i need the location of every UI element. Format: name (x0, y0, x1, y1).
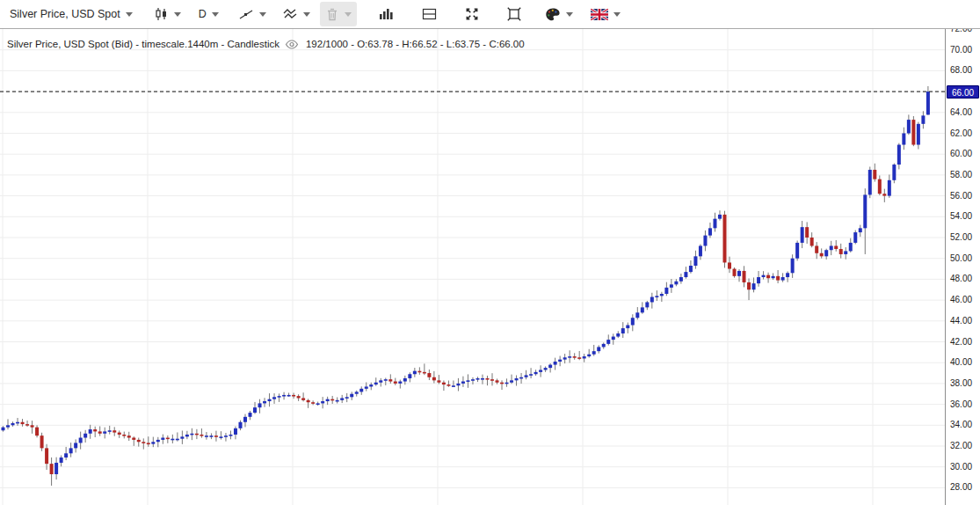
candle-down (878, 179, 882, 194)
candle-down (127, 435, 131, 437)
price-tick-label: 40.00 (950, 357, 972, 368)
candle-up (205, 435, 208, 437)
candle-down (118, 433, 121, 435)
candle-up (413, 371, 417, 375)
volume-button[interactable] (374, 3, 397, 26)
candle-up (679, 277, 683, 282)
candle-down (766, 275, 770, 279)
candle-up (374, 383, 378, 384)
palette-icon (545, 7, 561, 22)
timeframe-button[interactable]: D (196, 3, 221, 26)
candle-down (35, 428, 39, 435)
candle-up (466, 380, 469, 382)
language-button[interactable] (588, 3, 623, 26)
price-tick-label: 62.00 (950, 128, 972, 139)
candle-down (50, 464, 54, 474)
candle-up (713, 219, 716, 229)
candle-up (641, 307, 644, 312)
layout-button[interactable] (418, 3, 440, 26)
candle-up (151, 442, 155, 443)
candle-down (442, 383, 446, 384)
candle-up (475, 378, 479, 380)
candlestick-chart[interactable] (0, 29, 945, 505)
theme-button[interactable] (542, 3, 576, 26)
candle-down (427, 373, 431, 377)
candle-down (388, 379, 392, 381)
candle-up (510, 380, 513, 382)
price-axis[interactable]: 72.0070.0068.0066.0064.0062.0060.0058.00… (945, 29, 980, 505)
price-tick-label: 38.00 (950, 378, 972, 389)
candlestick-icon (154, 6, 169, 22)
candle-up (229, 435, 232, 436)
candle-up (772, 276, 775, 278)
candle-up (907, 120, 911, 133)
candle-up (156, 440, 160, 442)
fullscreen-button[interactable] (461, 3, 483, 26)
candle-up (791, 259, 795, 274)
candle-down (200, 435, 203, 436)
uk-flag-icon (591, 9, 608, 20)
candle-up (83, 434, 87, 438)
price-tick-label: 28.00 (950, 482, 972, 493)
candle-up (689, 266, 693, 272)
candle-up (219, 436, 222, 438)
candle-down (40, 435, 44, 448)
price-tick-label: 42.00 (950, 337, 972, 348)
price-tick-label: 72.00 (950, 29, 972, 34)
chevron-down-icon (174, 12, 181, 17)
candle-up (408, 374, 411, 378)
chart-type-button[interactable] (151, 3, 184, 26)
candle-down (137, 440, 141, 442)
chart-pane[interactable]: Silver Price, USD Spot (Bid) - timescale… (0, 29, 945, 505)
candle-up (534, 372, 538, 374)
candle-up (612, 337, 615, 340)
candle-up (69, 448, 73, 453)
price-tick-label: 54.00 (950, 211, 972, 222)
candle-up (278, 396, 281, 398)
candle-up (326, 399, 330, 401)
candle-down (330, 399, 334, 401)
candle-up (525, 375, 528, 377)
candle-down (122, 435, 126, 436)
last-price-tag: 66.00 (947, 85, 979, 99)
candle-up (185, 435, 189, 436)
candle-down (301, 398, 305, 399)
candle-up (708, 228, 712, 235)
candle-up (635, 312, 639, 318)
delete-drawings-button[interactable] (320, 2, 357, 26)
candle-up (505, 383, 509, 384)
candle-up (345, 397, 349, 399)
candle-down (98, 431, 102, 433)
candle-up (350, 394, 353, 398)
symbol-selector[interactable]: Silver Price, USD Spot (7, 3, 135, 26)
candle-down (873, 170, 876, 179)
legend-title: Silver Price, USD Spot (Bid) - timescale… (7, 39, 279, 49)
compare-indicators-button[interactable] (279, 3, 313, 26)
eye-icon[interactable] (285, 40, 299, 49)
candle-up (54, 463, 58, 474)
price-tick-label: 50.00 (950, 253, 972, 264)
snapshot-button[interactable] (504, 3, 525, 26)
candle-down (805, 227, 809, 238)
candle-down (423, 372, 426, 374)
candle-up (703, 236, 707, 246)
candle-up (868, 170, 872, 194)
price-tick-label: 36.00 (950, 399, 972, 410)
candle-up (602, 344, 606, 348)
candle-up (544, 368, 548, 370)
candle-up (757, 277, 760, 283)
fullscreen-icon (464, 6, 480, 22)
trendline-icon (238, 6, 254, 22)
candle-up (316, 403, 320, 405)
candle-down (437, 380, 440, 382)
candle-up (752, 283, 756, 289)
candle-up (161, 438, 164, 440)
candle-up (824, 250, 828, 256)
candle-up (902, 134, 905, 145)
candle-up (16, 422, 19, 424)
trendline-tool-button[interactable] (236, 3, 269, 26)
candle-up (398, 382, 402, 384)
price-tick-label: 46.00 (950, 295, 972, 305)
candle-up (631, 318, 635, 325)
candle-up (859, 228, 862, 232)
